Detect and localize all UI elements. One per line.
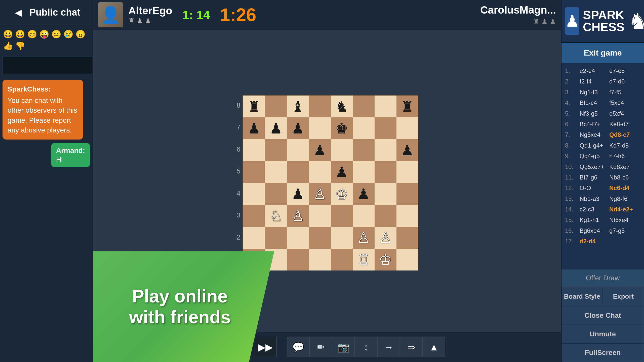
cell-e8[interactable]: ♞ — [331, 96, 353, 117]
move-black[interactable]: f5xe4 — [609, 98, 637, 108]
move-black[interactable]: Kd7-d8 — [609, 141, 637, 150]
piece-d4[interactable]: ♙ — [313, 187, 326, 201]
emoji-happy[interactable]: 😊 — [27, 29, 38, 39]
cell-b5[interactable] — [265, 161, 287, 183]
cell-g3[interactable] — [375, 205, 396, 227]
next2-button[interactable]: ▶▶ — [254, 337, 277, 357]
exit-game-button[interactable]: Exit game — [561, 43, 644, 63]
cell-h7[interactable] — [396, 117, 418, 139]
cell-f3[interactable] — [353, 205, 375, 227]
back-button[interactable]: ◀ — [12, 7, 24, 18]
move-white[interactable]: Ng5xe4 — [580, 130, 607, 140]
forward-control-button[interactable]: ⇒ — [400, 337, 423, 357]
chat-input[interactable] — [3, 57, 92, 74]
cell-b6[interactable] — [265, 139, 287, 161]
emoji-thumbsdown[interactable]: 👎 — [15, 40, 26, 51]
cell-h5[interactable] — [396, 161, 418, 183]
piece-c3[interactable]: ♙ — [291, 209, 304, 223]
cell-h6[interactable]: ♟ — [396, 139, 418, 161]
cell-e3[interactable] — [331, 205, 353, 227]
cell-b2[interactable] — [265, 227, 287, 249]
cell-e7[interactable]: ♚ — [331, 117, 353, 139]
piece-e7[interactable]: ♚ — [335, 121, 348, 136]
fullscreen-button[interactable]: FullScreen — [561, 343, 644, 362]
cell-g4[interactable] — [375, 183, 396, 205]
cell-f2[interactable]: ♙ — [353, 227, 375, 249]
move-white[interactable]: Bf1-c4 — [580, 98, 607, 108]
move-white[interactable]: Bg6xe4 — [580, 226, 607, 236]
cell-b3[interactable]: ♘ — [265, 205, 287, 227]
cell-c2[interactable] — [287, 227, 309, 249]
move-black[interactable]: f7-f5 — [609, 87, 637, 97]
move-white[interactable]: O-O — [580, 183, 607, 193]
cell-a3[interactable] — [243, 205, 265, 227]
move-black[interactable]: Nd4-e2+ — [609, 205, 637, 214]
emoji-neutral[interactable]: 😐 — [51, 29, 62, 39]
cell-h1[interactable] — [396, 249, 418, 270]
cell-c5[interactable] — [287, 161, 309, 183]
cell-e4[interactable]: ♔ — [331, 183, 353, 205]
move-black[interactable]: h7-h6 — [609, 151, 637, 161]
chat-control-button[interactable]: 💬 — [287, 337, 309, 357]
move-white[interactable]: Ng1-f3 — [580, 87, 607, 97]
cell-e2[interactable] — [331, 227, 353, 249]
cell-f6[interactable] — [353, 139, 375, 161]
emoji-thumbsup[interactable]: 👍 — [3, 40, 14, 51]
move-white[interactable]: Qd1-g4+ — [580, 141, 607, 150]
move-black[interactable]: Qd8-e7 — [609, 130, 637, 140]
cell-a2[interactable] — [243, 227, 265, 249]
piece-h6[interactable]: ♟ — [401, 143, 414, 158]
cell-f7[interactable] — [353, 117, 375, 139]
board-style-button[interactable]: Board Style — [561, 287, 603, 306]
move-white[interactable]: e2-e4 — [580, 66, 607, 76]
move-white[interactable]: Bf7-g6 — [580, 173, 607, 182]
cell-d4[interactable]: ♙ — [309, 183, 331, 205]
piece-b3[interactable]: ♘ — [269, 209, 283, 223]
emoji-sad[interactable]: 😢 — [63, 29, 74, 39]
piece-e8[interactable]: ♞ — [335, 99, 348, 114]
piece-e5[interactable]: ♟ — [335, 165, 348, 179]
cell-g2[interactable]: ♙ — [375, 227, 396, 249]
cell-g1[interactable]: ♔ — [375, 249, 396, 270]
cell-g6[interactable] — [375, 139, 396, 161]
piece-g2[interactable]: ♙ — [379, 231, 392, 245]
move-white[interactable]: Qg5xe7+ — [580, 162, 607, 172]
cell-d5[interactable] — [309, 161, 331, 183]
piece-g1[interactable]: ♔ — [379, 252, 392, 267]
emoji-grin[interactable]: 😀 — [3, 29, 14, 39]
move-black[interactable]: Kd8xe7 — [609, 162, 637, 172]
cell-f1[interactable]: ♖ — [353, 249, 375, 270]
cell-c7[interactable]: ♟ — [287, 117, 309, 139]
cell-f8[interactable] — [353, 96, 375, 117]
cell-e5[interactable]: ♟ — [331, 161, 353, 183]
move-black[interactable]: e5xf4 — [609, 109, 637, 118]
piece-a7[interactable]: ♟ — [248, 121, 261, 136]
offer-draw-button[interactable]: Offer Draw — [561, 269, 644, 287]
cell-c6[interactable] — [287, 139, 309, 161]
cell-b4[interactable] — [265, 183, 287, 205]
emoji-wink[interactable]: 😜 — [39, 29, 50, 39]
move-white[interactable]: d2-d4 — [580, 237, 607, 246]
cell-d7[interactable] — [309, 117, 331, 139]
move-black[interactable]: g7-g5 — [609, 226, 637, 236]
cell-g8[interactable] — [375, 96, 396, 117]
cell-h4[interactable] — [396, 183, 418, 205]
cell-g7[interactable] — [375, 117, 396, 139]
arrow-right-control-button[interactable]: → — [377, 337, 400, 357]
move-black[interactable]: Nf6xe4 — [609, 215, 637, 225]
move-white[interactable]: Bc4-f7+ — [580, 119, 607, 129]
cell-c4[interactable]: ♟ — [287, 183, 309, 205]
move-white[interactable]: Nf3-g5 — [580, 109, 607, 118]
move-black[interactable]: Nb8-c6 — [609, 173, 637, 182]
move-black[interactable]: d7-d6 — [609, 77, 637, 86]
cell-d3[interactable] — [309, 205, 331, 227]
cell-c1[interactable] — [287, 249, 309, 270]
unmute-button[interactable]: Unmute — [561, 325, 644, 343]
piece-b7[interactable]: ♟ — [269, 121, 283, 136]
cell-g5[interactable] — [375, 161, 396, 183]
cell-c8[interactable]: ♝ — [287, 96, 309, 117]
piece-a8[interactable]: ♜ — [248, 99, 261, 114]
cell-b8[interactable] — [265, 96, 287, 117]
piece-f2[interactable]: ♙ — [357, 231, 370, 245]
cell-e6[interactable] — [331, 139, 353, 161]
